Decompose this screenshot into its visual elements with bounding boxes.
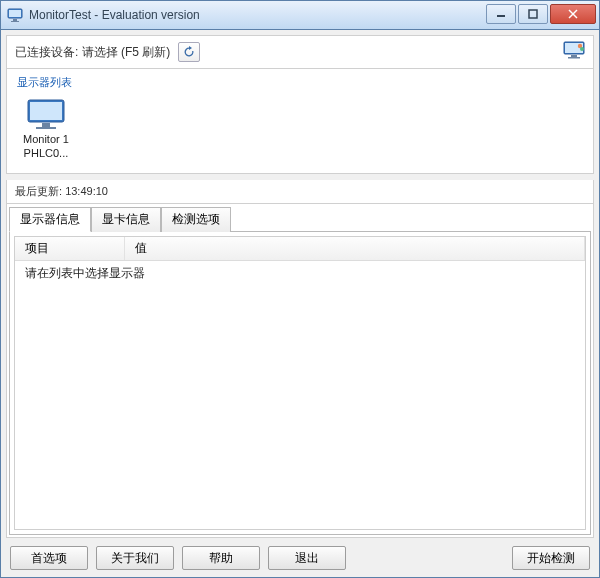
window-title: MonitorTest - Evaluation version: [29, 8, 200, 22]
monitor-item[interactable]: Monitor 1 PHLC0...: [15, 94, 77, 165]
connected-device-label: 已连接设备: 请选择 (F5 刷新): [15, 44, 170, 61]
monitor-item-line2: PHLC0...: [23, 146, 69, 160]
tab-strip: 显示器信息 显卡信息 检测选项: [9, 206, 591, 231]
svg-rect-3: [11, 21, 19, 22]
monitor-item-label: Monitor 1 PHLC0...: [23, 132, 69, 161]
tab-test-options[interactable]: 检测选项: [161, 207, 231, 232]
window-controls: [484, 4, 596, 24]
monitor-icon: [26, 98, 66, 130]
help-button[interactable]: 帮助: [182, 546, 260, 570]
last-update-time: 13:49:10: [65, 185, 108, 197]
tab-monitor-info[interactable]: 显示器信息: [9, 207, 91, 232]
tab-content: 项目 值 请在列表中选择显示器: [9, 231, 591, 535]
info-listview[interactable]: 项目 值 请在列表中选择显示器: [14, 236, 586, 530]
prefs-button[interactable]: 首选项: [10, 546, 88, 570]
tab-area: 显示器信息 显卡信息 检测选项 项目 值 请在列表中选择显示器: [6, 204, 594, 538]
listview-header: 项目 值: [15, 237, 585, 261]
button-row: 首选项 关于我们 帮助 退出 开始检测: [6, 538, 594, 572]
monitor-list-title: 显示器列表: [15, 73, 585, 94]
svg-rect-5: [529, 10, 537, 18]
empty-message: 请在列表中选择显示器: [25, 265, 575, 282]
minimize-button[interactable]: [486, 4, 516, 24]
monitor-list-group: 显示器列表 Monitor 1 PHLC0...: [6, 69, 594, 174]
about-button[interactable]: 关于我们: [96, 546, 174, 570]
svg-rect-10: [571, 55, 577, 57]
connected-device-bar: 已连接设备: 请选择 (F5 刷新): [6, 35, 594, 69]
maximize-button[interactable]: [518, 4, 548, 24]
refresh-button[interactable]: [178, 42, 200, 62]
svg-rect-15: [30, 102, 62, 120]
start-test-button[interactable]: 开始检测: [512, 546, 590, 570]
svg-rect-1: [9, 10, 21, 17]
svg-rect-2: [13, 19, 17, 21]
last-update-label: 最后更新:: [15, 185, 62, 197]
close-button[interactable]: [550, 4, 596, 24]
column-item[interactable]: 项目: [15, 237, 125, 260]
refresh-icon: [183, 46, 195, 58]
last-update-bar: 最后更新: 13:49:10: [6, 180, 594, 204]
exit-button[interactable]: 退出: [268, 546, 346, 570]
svg-point-13: [580, 47, 584, 51]
titlebar: MonitorTest - Evaluation version: [0, 0, 600, 30]
listview-body: 请在列表中选择显示器: [15, 261, 585, 286]
client-area: 已连接设备: 请选择 (F5 刷新) 显示器列表 Monitor 1 PHLC0…: [0, 30, 600, 578]
monitor-item-line1: Monitor 1: [23, 132, 69, 146]
svg-rect-17: [36, 127, 56, 129]
svg-rect-11: [568, 57, 580, 59]
column-value[interactable]: 值: [125, 237, 585, 260]
svg-rect-16: [42, 123, 50, 127]
monitor-small-icon: [563, 41, 585, 59]
tab-gpu-info[interactable]: 显卡信息: [91, 207, 161, 232]
app-icon: [7, 7, 23, 23]
spacer: [354, 546, 504, 570]
